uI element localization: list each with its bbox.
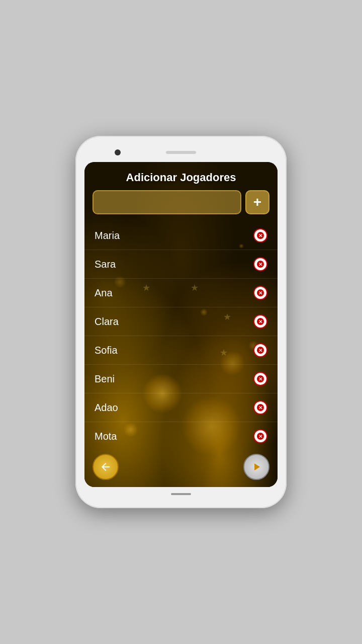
player-item: Clara ✕ xyxy=(84,307,278,336)
remove-player-button[interactable]: ✕ xyxy=(253,429,267,443)
player-name: Mota xyxy=(95,431,117,442)
app-title: Adicionar Jogadores xyxy=(84,162,278,190)
add-player-button[interactable]: + xyxy=(245,190,269,214)
input-row: + xyxy=(84,190,278,221)
player-item: Mota ✕ xyxy=(84,422,278,449)
player-name: Ana xyxy=(95,287,113,299)
play-button[interactable] xyxy=(243,454,269,480)
play-icon xyxy=(250,461,262,473)
player-item: Ana ✕ xyxy=(84,279,278,307)
player-name: Beni xyxy=(95,373,115,385)
speaker xyxy=(166,151,196,154)
remove-btn-outer: ✕ xyxy=(253,372,267,386)
remove-btn-inner: ✕ xyxy=(257,347,264,354)
player-name-input[interactable] xyxy=(93,190,241,214)
remove-btn-outer: ✕ xyxy=(253,286,267,300)
remove-btn-inner: ✕ xyxy=(257,232,264,239)
remove-player-button[interactable]: ✕ xyxy=(253,314,267,329)
remove-player-button[interactable]: ✕ xyxy=(253,400,267,415)
remove-btn-outer: ✕ xyxy=(253,400,267,415)
remove-btn-inner: ✕ xyxy=(257,404,264,411)
player-item: Adao ✕ xyxy=(84,393,278,422)
remove-player-button[interactable]: ✕ xyxy=(253,286,267,300)
player-name: Maria xyxy=(95,230,120,242)
remove-btn-inner: ✕ xyxy=(257,289,264,296)
phone-screen: ★ ★ ★ ★ Adicionar Jogadores + Maria ✕ Sa… xyxy=(84,162,278,487)
phone-frame: ★ ★ ★ ★ Adicionar Jogadores + Maria ✕ Sa… xyxy=(75,136,287,508)
remove-btn-inner: ✕ xyxy=(257,261,264,268)
player-item: Sara ✕ xyxy=(84,250,278,279)
camera xyxy=(115,149,121,155)
player-item: Maria ✕ xyxy=(84,221,278,250)
bottom-bar xyxy=(84,449,278,487)
remove-btn-outer: ✕ xyxy=(253,228,267,243)
remove-player-button[interactable]: ✕ xyxy=(253,257,267,271)
remove-btn-outer: ✕ xyxy=(253,257,267,271)
phone-bottom xyxy=(171,489,191,499)
remove-btn-outer: ✕ xyxy=(253,314,267,329)
remove-btn-outer: ✕ xyxy=(253,343,267,357)
remove-player-button[interactable]: ✕ xyxy=(253,372,267,386)
back-icon xyxy=(100,461,112,473)
remove-player-button[interactable]: ✕ xyxy=(253,228,267,243)
remove-btn-inner: ✕ xyxy=(257,318,264,325)
remove-player-button[interactable]: ✕ xyxy=(253,343,267,357)
back-button[interactable] xyxy=(93,454,119,480)
player-item: Beni ✕ xyxy=(84,365,278,393)
home-indicator xyxy=(171,493,191,495)
player-item: Sofia ✕ xyxy=(84,336,278,365)
player-name: Clara xyxy=(95,316,119,328)
player-name: Adao xyxy=(95,402,118,414)
remove-btn-inner: ✕ xyxy=(257,375,264,382)
remove-btn-inner: ✕ xyxy=(257,433,264,440)
player-name: Sara xyxy=(95,259,116,270)
remove-btn-outer: ✕ xyxy=(253,429,267,443)
screen-content: Adicionar Jogadores + Maria ✕ Sara ✕ Ana… xyxy=(84,162,278,487)
players-list: Maria ✕ Sara ✕ Ana ✕ Clara ✕ Sofia ✕ Ben… xyxy=(84,221,278,449)
phone-top-bar xyxy=(84,145,278,160)
player-name: Sofia xyxy=(95,345,118,356)
